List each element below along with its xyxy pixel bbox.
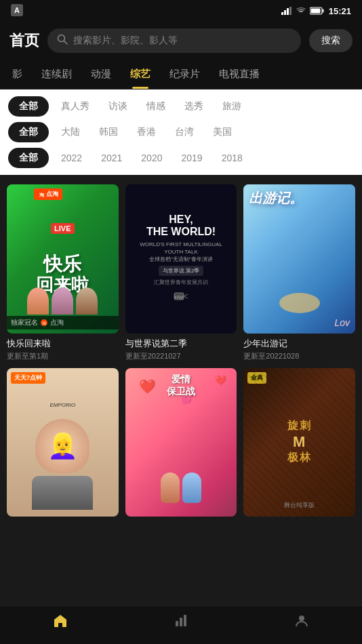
- filter-region-hongkong[interactable]: 香港: [130, 122, 163, 142]
- filter-region-all[interactable]: 全部: [8, 122, 49, 142]
- content-section: LIVE 淘 点淘 快乐 回来啦 独家冠名 淘 点: [0, 175, 362, 552]
- search-button[interactable]: 搜索: [309, 29, 353, 52]
- svg-text:淘: 淘: [42, 321, 46, 325]
- battery-icon: [310, 7, 325, 15]
- card-sub-4: [7, 533, 119, 542]
- card-4[interactable]: 天天7点钟 👱‍♀️ EMPORIO: [7, 368, 119, 543]
- nav-tabs: 影 连续剧 动漫 综艺 纪录片 电视直播: [0, 60, 362, 89]
- filter-row-year: 全部 2022 2021 2020 2019 2018: [8, 148, 354, 168]
- app-header: 首页 搜索影片、影院、影人等 搜索: [0, 22, 362, 60]
- page-title: 首页: [9, 31, 39, 51]
- card-main-text-2: HEY,THE WORLD!: [146, 214, 216, 237]
- card-title-6: [243, 521, 355, 531]
- tiantian-badge: 天天7点钟: [11, 372, 45, 384]
- card-sub-2: 更新至20221027: [125, 351, 237, 361]
- tab-movies[interactable]: 影: [3, 60, 32, 89]
- search-icon: [57, 34, 68, 47]
- svg-rect-3: [284, 10, 286, 15]
- filter-year-2022[interactable]: 2022: [54, 148, 89, 167]
- filter-genre-romance[interactable]: 情感: [140, 96, 172, 117]
- nav-item-profile[interactable]: [294, 613, 310, 633]
- filter-year-2020[interactable]: 2020: [134, 148, 169, 167]
- status-bar: A 15:21: [0, 0, 362, 22]
- filter-section: 全部 真人秀 访谈 情感 选秀 旅游 全部 大陆 韩国 香港 台湾 美国 全部 …: [0, 89, 362, 175]
- svg-line-18: [184, 296, 188, 298]
- card-watermark: 舞台纯享版: [243, 501, 355, 510]
- search-bar[interactable]: 搜索影片、影院、影人等: [47, 28, 301, 53]
- tab-variety[interactable]: 综艺: [121, 60, 160, 89]
- filter-year-2019[interactable]: 2019: [174, 148, 209, 167]
- trip-text: 出游记。: [249, 191, 350, 205]
- card-title-3: 少年出游记: [243, 338, 355, 350]
- filter-genre-talk[interactable]: 访谈: [102, 96, 134, 117]
- svg-point-22: [299, 616, 304, 621]
- card-bottom-2: 汇聚世界青年发展共识: [154, 279, 208, 286]
- filter-row-genre: 全部 真人秀 访谈 情感 选秀 旅游: [8, 96, 354, 117]
- svg-rect-8: [310, 9, 320, 14]
- card-season-2: 与世界说 第2季: [159, 266, 204, 276]
- svg-rect-19: [176, 621, 178, 626]
- search-placeholder: 搜索影片、影院、影人等: [73, 35, 178, 47]
- filter-region-us[interactable]: 美国: [206, 122, 239, 142]
- filter-year-all[interactable]: 全部: [8, 148, 49, 168]
- card-5[interactable]: ❤️ ❤️ 💕 爱情 保卫战: [125, 368, 237, 543]
- card-title-2: 与世界说第二季: [125, 338, 237, 350]
- svg-line-10: [64, 41, 68, 45]
- tab-anime[interactable]: 动漫: [81, 60, 121, 89]
- card-3[interactable]: 出游记。 Lov 少年出游记 更新至20221028: [243, 184, 355, 361]
- card-title-5: [125, 521, 237, 531]
- couple-figures: [161, 472, 201, 503]
- filter-year-2021[interactable]: 2021: [94, 148, 129, 167]
- card-6[interactable]: 金典 旋刺 M 极林 舞台纯享版: [243, 368, 355, 543]
- svg-rect-20: [180, 618, 182, 626]
- card-2[interactable]: HEY,THE WORLD! WORLD'S FIRST MULTILINGUA…: [125, 184, 237, 361]
- svg-text:淘: 淘: [39, 193, 44, 197]
- card-title-1: 快乐回来啦: [7, 338, 119, 350]
- filter-genre-all[interactable]: 全部: [8, 96, 49, 117]
- card-sub-3: 更新至20221028: [243, 351, 355, 361]
- love-title: 爱情 保卫战: [125, 374, 237, 398]
- svg-rect-4: [287, 8, 289, 15]
- filter-region-korea[interactable]: 韩国: [92, 122, 125, 142]
- love-tag: Lov: [334, 317, 350, 328]
- card-1[interactable]: LIVE 淘 点淘 快乐 回来啦 独家冠名 淘 点: [7, 184, 119, 361]
- host-figures: [7, 287, 119, 315]
- nav-item-home[interactable]: [52, 613, 68, 633]
- filter-region-mainland[interactable]: 大陆: [54, 122, 87, 142]
- status-right: 15:21: [281, 6, 351, 16]
- bottom-nav: [0, 605, 362, 644]
- sponsor-badge-1: 独家冠名 淘 点淘: [7, 316, 119, 329]
- svg-text:HW: HW: [174, 294, 184, 300]
- svg-rect-5: [289, 7, 291, 15]
- filter-row-region: 全部 大陆 韩国 香港 台湾 美国: [8, 122, 354, 142]
- app-icon: A: [11, 4, 23, 18]
- tab-tv-live[interactable]: 电视直播: [209, 60, 269, 89]
- ranking-icon: [173, 613, 189, 633]
- home-icon: [52, 613, 68, 633]
- card-sub-1: 更新至第1期: [7, 351, 119, 361]
- filter-genre-travel[interactable]: 旅游: [216, 96, 248, 117]
- card-icon-2: HW: [173, 290, 189, 304]
- card-sub-6: [243, 533, 355, 542]
- filter-year-2018[interactable]: 2018: [215, 148, 249, 167]
- content-grid: LIVE 淘 点淘 快乐 回来啦 独家冠名 淘 点: [7, 184, 355, 542]
- show-text: 旋刺 M 极林: [287, 419, 312, 465]
- svg-text:A: A: [14, 6, 20, 14]
- svg-rect-7: [322, 9, 323, 13]
- brand-logo-diantao: 淘 点淘: [34, 188, 62, 200]
- tab-documentary[interactable]: 纪录片: [160, 60, 209, 89]
- time-display: 15:21: [329, 6, 351, 16]
- live-badge: LIVE: [51, 223, 74, 234]
- tab-series[interactable]: 连续剧: [32, 60, 81, 89]
- hat-text: EMPORIO: [49, 402, 75, 408]
- card-subtext-2: WORLD'S FIRST MULTILINGUAL YOUTH TALK全球首…: [132, 241, 230, 264]
- svg-rect-2: [281, 12, 283, 15]
- svg-line-17: [184, 294, 188, 296]
- filter-region-taiwan[interactable]: 台湾: [168, 122, 201, 142]
- signal-icon: [281, 7, 292, 15]
- card-title-4: [7, 521, 119, 531]
- filter-genre-talent[interactable]: 选秀: [178, 96, 210, 117]
- profile-icon: [294, 613, 310, 633]
- nav-item-ranking[interactable]: [173, 613, 189, 633]
- filter-genre-reality[interactable]: 真人秀: [54, 96, 96, 117]
